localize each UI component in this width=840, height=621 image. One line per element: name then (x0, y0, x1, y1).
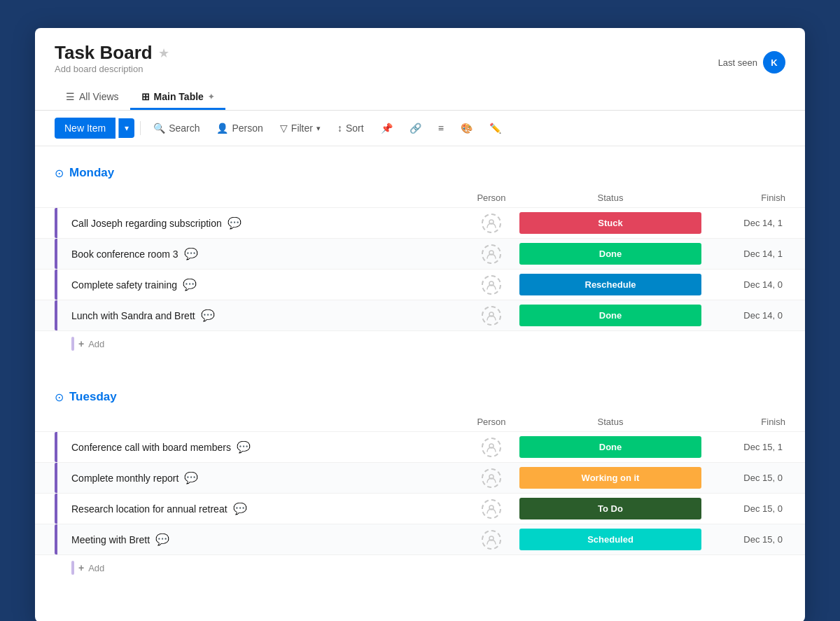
tuesday-table-header: Person Status Finish (35, 412, 805, 431)
tab-all-views[interactable]: ☰ All Views (55, 85, 130, 110)
status-badge[interactable]: Reschedule (519, 274, 701, 295)
task-name-cell: Complete monthly report 💬 (66, 471, 463, 484)
person-cell (463, 244, 519, 264)
task-name: Meeting with Brett (71, 534, 150, 545)
task-name: Lunch with Sandra and Brett (71, 310, 195, 321)
status-badge[interactable]: Done (519, 305, 701, 326)
content: ⊙ Monday Person Status Finish Call Josep… (35, 146, 805, 621)
row-bar (55, 208, 57, 238)
finish-cell: Dec 15, 0 (701, 503, 785, 514)
status-badge[interactable]: Stuck (519, 212, 701, 234)
status-cell: Reschedule (519, 274, 701, 295)
add-plus-icon: + (78, 562, 84, 573)
person-avatar[interactable] (482, 499, 501, 519)
finish-cell: Dec 14, 0 (701, 279, 785, 290)
row-bar (55, 300, 57, 330)
tuesday-col-status: Status (519, 417, 701, 427)
search-icon: 🔍 (153, 123, 165, 134)
task-name-cell: Meeting with Brett 💬 (66, 533, 463, 546)
finish-cell: Dec 15, 1 (701, 442, 785, 452)
person-avatar[interactable] (482, 275, 501, 295)
pin-button[interactable]: 📌 (374, 118, 400, 138)
person-avatar[interactable] (482, 306, 501, 326)
tab-main-table[interactable]: ⊞ Main Table ✦ (130, 85, 225, 110)
person-cell (463, 499, 519, 519)
person-cell (463, 438, 519, 457)
table-row: Research location for annual retreat 💬 T… (35, 493, 805, 524)
status-badge[interactable]: Done (519, 243, 701, 265)
tuesday-group-title: Tuesday (69, 390, 117, 404)
status-badge[interactable]: Working on it (519, 467, 701, 489)
status-badge[interactable]: Done (519, 436, 701, 458)
comment-icon[interactable]: 💬 (155, 533, 169, 546)
main-table-icon: ⊞ (141, 91, 150, 102)
row-height-button[interactable]: ≡ (431, 118, 451, 138)
finish-cell: Dec 14, 0 (701, 310, 785, 321)
color-button[interactable]: 🎨 (454, 118, 479, 138)
sort-button[interactable]: ↕ Sort (330, 118, 371, 138)
status-cell: Done (519, 305, 701, 326)
comment-icon[interactable]: 💬 (184, 247, 198, 260)
filter-button[interactable]: ▽ Filter ▾ (273, 118, 328, 138)
row-bar (55, 494, 57, 524)
tuesday-collapse-icon[interactable]: ⊙ (55, 391, 64, 404)
person-avatar[interactable] (482, 214, 501, 233)
sort-icon: ↕ (337, 123, 342, 134)
task-name-cell: Lunch with Sandra and Brett 💬 (66, 309, 463, 322)
board-title: Task Board (55, 42, 153, 64)
task-name: Complete monthly report (71, 473, 178, 484)
link-button[interactable]: 🔗 (402, 118, 428, 138)
add-plus-icon: + (78, 338, 84, 349)
person-button[interactable]: 👤 Person (209, 118, 270, 138)
person-icon: 👤 (216, 123, 228, 134)
color-icon: 🎨 (461, 123, 472, 134)
comment-icon[interactable]: 💬 (201, 309, 215, 322)
monday-collapse-icon[interactable]: ⊙ (55, 167, 64, 180)
search-button[interactable]: 🔍 Search (146, 118, 206, 138)
filter-label: Filter (291, 123, 313, 134)
row-bar (55, 524, 57, 554)
star-icon[interactable]: ★ (158, 46, 169, 61)
new-item-arrow-button[interactable]: ▾ (118, 118, 134, 138)
monday-add-label: Add (88, 339, 104, 349)
comment-icon[interactable]: 💬 (237, 440, 251, 454)
row-bar (55, 239, 57, 269)
board-description[interactable]: Add board description (55, 64, 169, 74)
edit-button[interactable]: ✏️ (482, 118, 508, 138)
person-avatar[interactable] (482, 530, 501, 550)
status-badge[interactable]: Scheduled (519, 529, 701, 550)
task-name: Conference call with board members (71, 442, 231, 453)
comment-icon[interactable]: 💬 (227, 216, 241, 230)
task-name: Call Joseph regarding subscription (71, 218, 222, 229)
person-avatar[interactable] (482, 468, 501, 488)
comment-icon[interactable]: 💬 (183, 278, 197, 291)
task-name: Book conference room 3 (71, 249, 178, 260)
comment-icon[interactable]: 💬 (184, 471, 198, 484)
toolbar-separator-1 (140, 121, 141, 135)
monday-add-row[interactable]: + Add (35, 330, 805, 356)
main-table-pin-icon: ✦ (208, 92, 214, 102)
person-avatar[interactable] (482, 244, 501, 264)
status-badge[interactable]: To Do (519, 498, 701, 519)
table-row: Book conference room 3 💬 Done Dec 14, 1 (35, 238, 805, 269)
person-avatar[interactable] (482, 438, 501, 457)
new-item-button[interactable]: New Item (55, 118, 115, 139)
status-cell: Scheduled (519, 529, 701, 550)
link-icon: 🔗 (410, 123, 421, 134)
sort-label: Sort (346, 123, 364, 134)
tuesday-col-person: Person (463, 417, 519, 427)
task-name: Complete safety training (71, 279, 177, 291)
tuesday-col-task (66, 417, 463, 427)
person-cell (463, 530, 519, 550)
tuesday-col-finish: Finish (701, 417, 785, 427)
tuesday-add-row[interactable]: + Add (35, 554, 805, 580)
table-row: Meeting with Brett 💬 Scheduled Dec 15, 0 (35, 524, 805, 554)
comment-icon[interactable]: 💬 (233, 502, 247, 515)
filter-arrow-icon: ▾ (316, 124, 321, 133)
tuesday-group-header: ⊙ Tuesday (35, 384, 805, 410)
row-bar (55, 463, 57, 493)
monday-col-task (66, 193, 463, 203)
monday-col-status: Status (519, 193, 701, 203)
finish-cell: Dec 15, 0 (701, 473, 785, 483)
table-row: Call Joseph regarding subscription 💬 Stu… (35, 207, 805, 238)
